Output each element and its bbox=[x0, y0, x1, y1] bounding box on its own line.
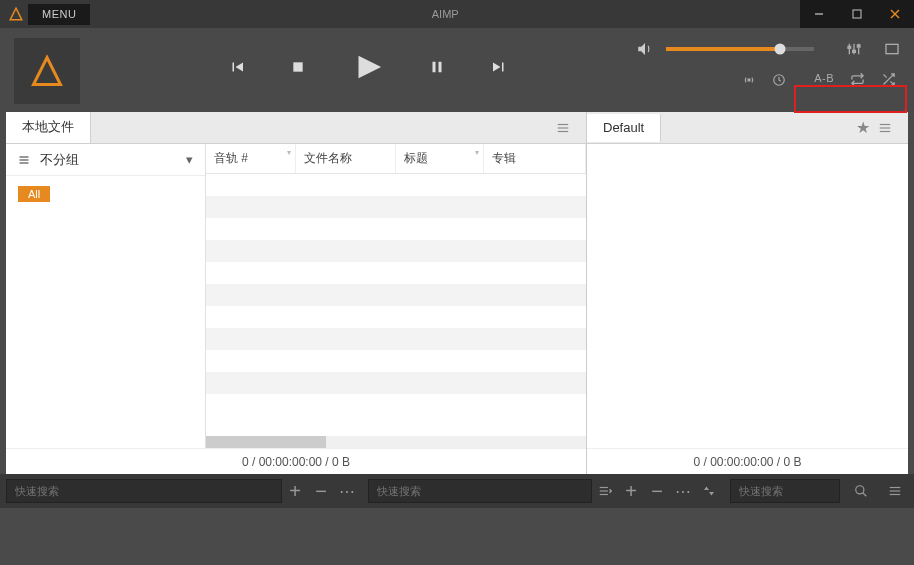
add-button-2[interactable]: + bbox=[618, 478, 644, 504]
volume-slider[interactable] bbox=[666, 47, 814, 51]
volume-fill bbox=[666, 47, 780, 51]
right-body bbox=[587, 144, 908, 448]
play-button[interactable] bbox=[350, 50, 384, 84]
tab-local-files[interactable]: 本地文件 bbox=[6, 112, 91, 143]
volume-row bbox=[636, 40, 900, 58]
transport-controls bbox=[100, 38, 636, 84]
track-table: 音轨 #▾ 文件名称 标题▾ 专辑 bbox=[206, 144, 586, 448]
app-logo-small bbox=[6, 4, 26, 24]
clock-icon[interactable] bbox=[772, 73, 786, 87]
col-filename[interactable]: 文件名称 bbox=[296, 144, 396, 173]
table-header: 音轨 #▾ 文件名称 标题▾ 专辑 bbox=[206, 144, 586, 174]
svg-rect-11 bbox=[853, 50, 856, 52]
previous-button[interactable] bbox=[228, 58, 246, 76]
all-filter-badge[interactable]: All bbox=[18, 186, 50, 202]
table-row bbox=[206, 328, 586, 350]
remove-button-2[interactable]: − bbox=[644, 478, 670, 504]
table-row bbox=[206, 284, 586, 306]
svg-rect-5 bbox=[433, 62, 436, 73]
table-row bbox=[206, 394, 586, 416]
group-column: 不分组 ▾ All bbox=[6, 144, 206, 448]
close-button[interactable] bbox=[876, 0, 914, 28]
svg-line-29 bbox=[863, 493, 867, 497]
next-button[interactable] bbox=[490, 58, 508, 76]
playlist-panels: 本地文件 不分组 ▾ All 音轨 #▾ 文件名称 标题▾ 专辑 bbox=[6, 112, 908, 474]
left-panel-tabbar: 本地文件 bbox=[6, 112, 586, 144]
right-panel-tabbar: Default ★ bbox=[587, 112, 908, 144]
tab-default[interactable]: Default bbox=[587, 114, 661, 142]
broadcast-icon[interactable] bbox=[742, 73, 756, 87]
col-album[interactable]: 专辑 bbox=[484, 144, 586, 173]
menu-button[interactable]: MENU bbox=[28, 4, 90, 25]
more-icon-2[interactable]: ⋯ bbox=[670, 478, 696, 504]
equalizer-icon[interactable] bbox=[846, 41, 862, 57]
remove-button[interactable]: − bbox=[308, 478, 334, 504]
filter-icon[interactable]: ▾ bbox=[475, 148, 479, 157]
favorite-icon[interactable]: ★ bbox=[848, 118, 878, 137]
add-button[interactable]: + bbox=[282, 478, 308, 504]
minimize-button[interactable] bbox=[800, 0, 838, 28]
right-control-cluster: A-B bbox=[636, 38, 900, 87]
maximize-button[interactable] bbox=[838, 0, 876, 28]
col-title[interactable]: 标题▾ bbox=[396, 144, 484, 173]
hamburger-icon bbox=[18, 154, 30, 166]
table-row bbox=[206, 196, 586, 218]
table-row bbox=[206, 262, 586, 284]
list-menu-icon[interactable] bbox=[592, 478, 618, 504]
horizontal-scrollbar[interactable] bbox=[206, 436, 586, 448]
titlebar: MENU AIMP bbox=[0, 0, 914, 28]
volume-icon[interactable] bbox=[636, 40, 654, 58]
filter-icon[interactable]: ▾ bbox=[287, 148, 291, 157]
volume-thumb[interactable] bbox=[774, 44, 785, 55]
window-controls bbox=[800, 0, 914, 28]
scrollbar-thumb[interactable] bbox=[206, 436, 326, 448]
table-row bbox=[206, 350, 586, 372]
search-icon[interactable] bbox=[848, 478, 874, 504]
grouping-selector[interactable]: 不分组 ▾ bbox=[6, 144, 205, 176]
window-title: AIMP bbox=[90, 8, 800, 20]
app-logo-large bbox=[14, 38, 80, 104]
repeat-icon[interactable] bbox=[850, 72, 865, 87]
local-files-panel: 本地文件 不分组 ▾ All 音轨 #▾ 文件名称 标题▾ 专辑 bbox=[6, 112, 587, 474]
col-track[interactable]: 音轨 #▾ bbox=[206, 144, 296, 173]
svg-rect-6 bbox=[439, 62, 442, 73]
svg-point-28 bbox=[856, 486, 864, 494]
table-body bbox=[206, 174, 586, 436]
ab-repeat-button[interactable]: A-B bbox=[814, 72, 834, 87]
sort-icon[interactable] bbox=[696, 478, 722, 504]
table-row bbox=[206, 240, 586, 262]
search-input-middle[interactable] bbox=[368, 479, 592, 503]
menu-icon[interactable] bbox=[882, 478, 908, 504]
panel-menu-icon[interactable] bbox=[556, 121, 586, 135]
stop-button[interactable] bbox=[290, 59, 306, 75]
svg-rect-4 bbox=[293, 62, 302, 71]
svg-point-14 bbox=[748, 78, 750, 80]
player-area: A-B bbox=[0, 28, 914, 112]
table-row bbox=[206, 174, 586, 196]
visualization-icon[interactable] bbox=[884, 41, 900, 57]
grouping-label: 不分组 bbox=[40, 151, 79, 169]
more-icon[interactable]: ⋯ bbox=[334, 478, 360, 504]
table-row bbox=[206, 306, 586, 328]
pause-button[interactable] bbox=[428, 58, 446, 76]
bottom-toolbar: + − ⋯ + − ⋯ bbox=[0, 474, 914, 508]
table-row bbox=[206, 218, 586, 240]
search-input-left[interactable] bbox=[6, 479, 282, 503]
panel-menu-icon[interactable] bbox=[878, 121, 908, 135]
table-row bbox=[206, 372, 586, 394]
default-playlist-panel: Default ★ 0 / 00:00:00:00 / 0 B bbox=[587, 112, 908, 474]
right-status: 0 / 00:00:00:00 / 0 B bbox=[587, 448, 908, 474]
chevron-down-icon: ▾ bbox=[186, 152, 193, 167]
svg-rect-10 bbox=[848, 46, 851, 48]
left-status: 0 / 00:00:00:00 / 0 B bbox=[6, 448, 586, 474]
search-input-right[interactable] bbox=[730, 479, 840, 503]
svg-rect-1 bbox=[853, 10, 861, 18]
svg-rect-12 bbox=[857, 45, 860, 47]
shuffle-icon[interactable] bbox=[881, 72, 896, 87]
secondary-control-row: A-B bbox=[742, 72, 900, 87]
svg-rect-13 bbox=[886, 44, 898, 53]
